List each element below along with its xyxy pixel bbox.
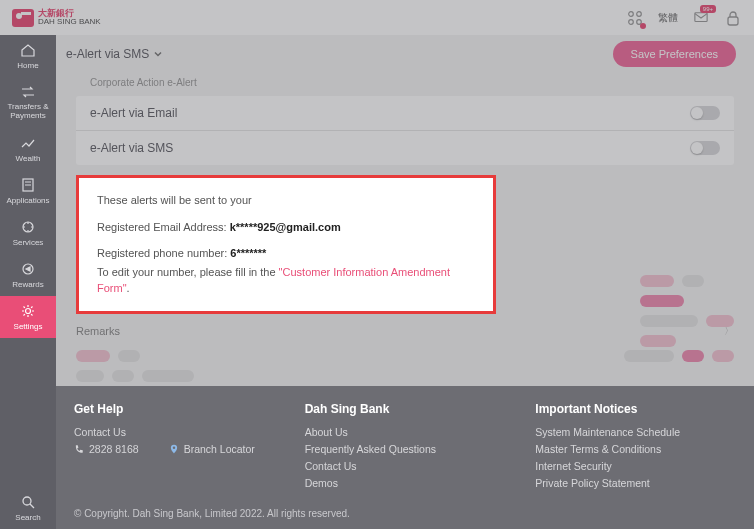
sidebar-item-transfers[interactable]: Transfers & Payments [0,77,56,128]
alert-row-email: e-Alert via Email [76,96,734,130]
sidebar-label: Services [13,238,44,247]
sidebar-item-settings[interactable]: Settings [0,296,56,338]
footer: Get Help Contact Us 2828 8168 Branch Loc… [56,386,754,529]
info-intro: These alerts will be sent to your [97,192,475,209]
notification-dot [640,23,646,29]
phone-value: 6******* [230,247,266,259]
footer-link[interactable]: System Maintenance Schedule [535,426,736,438]
footer-phone[interactable]: 2828 8168 [74,443,139,455]
copyright: © Copyright. Dah Sing Bank, Limited 2022… [74,508,736,519]
sidebar-label: Applications [6,196,49,205]
remarks-row[interactable]: Remarks 〉 [76,318,734,344]
save-preferences-button[interactable]: Save Preferences [613,41,736,67]
transfers-icon [20,84,36,100]
info-callout: These alerts will be sent to your Regist… [76,175,496,314]
services-icon [20,219,36,235]
breadcrumb[interactable]: e-Alert via SMS [66,47,163,61]
toggle-sms-alert[interactable] [690,141,720,155]
svg-point-1 [637,11,642,16]
lang-toggle[interactable]: 繁體 [658,11,678,25]
pin-icon [169,444,179,454]
sidebar-label: Transfers & Payments [0,103,56,121]
inbox-icon[interactable]: 99+ [692,9,710,27]
branch-locator-link[interactable]: Branch Locator [169,443,255,455]
wealth-icon [20,135,36,151]
edit-suffix: . [127,282,130,294]
section-subtitle: Corporate Action e-Alert [76,73,734,96]
logo-icon [12,9,34,27]
logo[interactable]: 大新銀行 DAH SING BANK [12,9,101,27]
sidebar-item-search[interactable]: Search [0,487,56,529]
sidebar-label: Search [15,513,40,522]
footer-heading: Dah Sing Bank [305,402,506,416]
footer-col-help: Get Help Contact Us 2828 8168 Branch Loc… [74,402,275,494]
svg-rect-5 [728,17,738,25]
svg-point-9 [26,308,31,313]
footer-heading: Get Help [74,402,275,416]
footer-link[interactable]: Master Terms & Conditions [535,443,736,455]
sidebar-item-home[interactable]: Home [0,35,56,77]
info-phone-line: Registered phone number: 6******* [97,245,475,262]
home-icon [20,42,36,58]
footer-link[interactable]: About Us [305,426,506,438]
footer-contact: Contact Us [74,426,275,438]
edit-prefix: To edit your number, please fill in the [97,266,279,278]
phone-label: Registered phone number: [97,247,230,259]
alert-row-sms: e-Alert via SMS [76,130,734,165]
branch-label: Branch Locator [184,443,255,455]
gear-icon [20,303,36,319]
alert-label: e-Alert via SMS [90,141,173,155]
applications-icon [20,177,36,193]
info-email-line: Registered Email Address: k*****925@gmai… [97,219,475,236]
footer-heading: Important Notices [535,402,736,416]
footer-link[interactable]: Contact Us [305,460,506,472]
chevron-down-icon [153,49,163,59]
footer-link[interactable]: Private Policy Statement [535,477,736,489]
footer-link[interactable]: Internet Security [535,460,736,472]
remarks-label: Remarks [76,325,120,337]
sidebar-item-applications[interactable]: Applications [0,170,56,212]
search-icon [20,494,36,510]
sidebar-label: Wealth [16,154,41,163]
svg-point-10 [23,497,31,505]
svg-point-0 [629,11,634,16]
footer-col-bank: Dah Sing Bank About Us Frequently Asked … [305,402,506,494]
alert-label: e-Alert via Email [90,106,177,120]
sidebar-label: Rewards [12,280,44,289]
sidebar: Home Transfers & Payments Wealth Applica… [0,35,56,529]
sidebar-item-services[interactable]: Services [0,212,56,254]
toggle-email-alert[interactable] [690,106,720,120]
phone-icon [74,444,84,454]
logo-text: 大新銀行 DAH SING BANK [38,9,101,26]
svg-rect-4 [695,12,707,21]
sidebar-label: Home [17,61,38,70]
footer-col-notices: Important Notices System Maintenance Sch… [535,402,736,494]
sidebar-item-wealth[interactable]: Wealth [0,128,56,170]
phone-number: 2828 8168 [89,443,139,455]
email-label: Registered Email Address: [97,221,230,233]
info-edit-line: To edit your number, please fill in the … [97,264,475,297]
footer-link[interactable]: Demos [305,477,506,489]
alerts-panel: e-Alert via Email e-Alert via SMS [76,96,734,165]
subheader: e-Alert via SMS Save Preferences [56,35,754,73]
rewards-icon [20,261,36,277]
badge-count: 99+ [700,5,716,13]
footer-link[interactable]: Frequently Asked Questions [305,443,506,455]
lock-icon[interactable] [724,9,742,27]
sidebar-label: Settings [14,322,43,331]
apps-icon[interactable] [626,9,644,27]
brand-en: DAH SING BANK [38,18,101,26]
sidebar-item-rewards[interactable]: Rewards [0,254,56,296]
email-value: k*****925@gmail.com [230,221,341,233]
svg-point-2 [629,19,634,24]
top-header: 大新銀行 DAH SING BANK 繁體 99+ [0,0,754,35]
crumb-label: e-Alert via SMS [66,47,149,61]
